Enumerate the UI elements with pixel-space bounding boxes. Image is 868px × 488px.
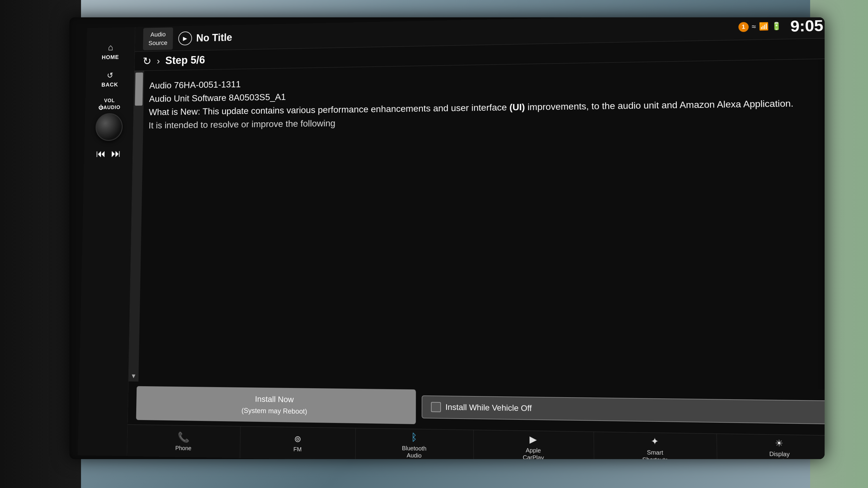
update-info-text: Audio 76HA-0051-1311 Audio Unit Software… [148, 68, 825, 132]
bluetooth-icon: ᛒ [411, 431, 417, 443]
car-interior-left [0, 0, 81, 488]
phone-icon: 📞 [178, 431, 189, 443]
signal-icon: 📶 [759, 22, 769, 31]
display-mode-label: Display Mode [769, 450, 790, 459]
play-button[interactable]: ▶ [178, 31, 192, 45]
clock-display: 9:05 [790, 18, 824, 35]
nav-display-mode[interactable]: ☀ Display Mode [717, 434, 825, 459]
notification-count: 1 [742, 24, 745, 30]
install-vehicle-label: Install While Vehicle Off [445, 402, 532, 413]
main-content-area: Audio Source ▶ No Title 1 ≈ 📶 🔋 9:05 [127, 18, 825, 459]
display-mode-icon: ☀ [775, 438, 783, 448]
scroll-thumb[interactable] [135, 72, 143, 106]
install-vehicle-button[interactable]: Install While Vehicle Off [422, 395, 825, 424]
play-icon: ▶ [183, 35, 187, 42]
whats-new-cont: improvements, to the audio unit and Amaz… [525, 98, 794, 112]
nav-apple-carplay[interactable]: ▶ Apple CarPlay [474, 430, 594, 459]
smart-shortcuts-icon: ✦ [651, 435, 659, 447]
install-vehicle-checkbox[interactable] [431, 402, 441, 412]
nav-smart-shortcuts[interactable]: ✦ Smart Shortcuts [594, 432, 717, 459]
bluetooth-audio-label: Bluetooth Audio [402, 445, 427, 459]
chevron-right-icon: › [157, 56, 160, 66]
volume-control: VOL⏻AUDIO [95, 97, 123, 141]
step-indicator: Step 5/6 [165, 54, 205, 67]
prev-button[interactable]: ⏮ [96, 148, 105, 160]
transport-controls: ⏮ ⏭ [96, 148, 121, 160]
update-info-panel: Audio 76HA-0051-1311 Audio Unit Software… [138, 59, 825, 389]
track-title: No Title [196, 32, 232, 44]
nav-bluetooth-audio[interactable]: ᛒ Bluetooth Audio [355, 428, 474, 459]
install-now-button[interactable]: Install Now (System may Reboot) [136, 386, 416, 424]
notification-badge: 1 [738, 22, 749, 32]
nav-phone[interactable]: 📞 Phone [127, 425, 241, 458]
whats-new-prefix: What is New: [149, 106, 203, 117]
home-icon: ⌂ [108, 42, 114, 52]
wifi-icon: ≈ [751, 22, 756, 31]
refresh-icon: ↻ [143, 55, 152, 67]
install-now-label-line1: Install Now [255, 394, 294, 404]
update-content-area: ▼ Audio 76HA-0051-1311 Audio Unit Softwa… [128, 59, 825, 389]
audio-source-button[interactable]: Audio Source [143, 27, 173, 50]
back-label: BACK [101, 82, 118, 88]
carplay-label: Apple CarPlay [523, 446, 544, 459]
scroll-down-arrow[interactable]: ▼ [130, 372, 136, 380]
home-button[interactable]: ⌂ HOME [91, 38, 130, 65]
ui-bold: (UI) [509, 102, 525, 112]
fm-label: FM [293, 446, 302, 453]
install-now-label-line2: (System may Reboot) [241, 406, 307, 415]
infotainment-screen: ⌂ HOME ↺ BACK VOL⏻AUDIO ⏮ ⏭ Audio Source [69, 18, 825, 459]
next-button[interactable]: ⏭ [111, 148, 121, 160]
hardware-controls: ⌂ HOME ↺ BACK VOL⏻AUDIO ⏮ ⏭ [78, 27, 135, 456]
carplay-icon: ▶ [529, 433, 537, 445]
volume-knob[interactable] [95, 113, 123, 141]
fm-icon: ⊚ [294, 434, 301, 444]
status-icons: 1 ≈ 📶 🔋 [738, 21, 781, 32]
whats-new-body: This update contains various performance… [203, 102, 509, 117]
phone-label: Phone [175, 444, 191, 452]
back-icon: ↺ [107, 71, 113, 80]
back-button[interactable]: ↺ BACK [91, 67, 129, 92]
nav-fm[interactable]: ⊚ FM [240, 426, 356, 459]
battery-icon: 🔋 [771, 22, 781, 31]
vol-label: VOL⏻AUDIO [98, 97, 121, 111]
home-label: HOME [102, 54, 119, 61]
now-playing-area: ▶ No Title [178, 20, 738, 45]
smart-shortcuts-label: Smart Shortcuts [642, 448, 668, 459]
